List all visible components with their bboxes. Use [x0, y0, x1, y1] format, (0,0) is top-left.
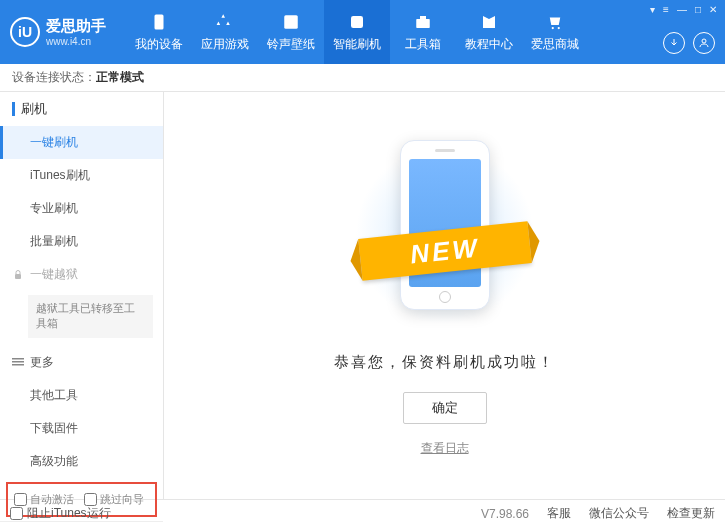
nav-ringtones[interactable]: 铃声壁纸: [258, 0, 324, 64]
sidebar-item-batch[interactable]: 批量刷机: [0, 225, 163, 258]
svg-rect-10: [12, 361, 24, 363]
list-icon[interactable]: ≡: [663, 4, 669, 15]
hamburger-icon: [12, 356, 24, 368]
sidebar-item-pro[interactable]: 专业刷机: [0, 192, 163, 225]
nav-store[interactable]: 爱思商城: [522, 0, 588, 64]
svg-rect-1: [284, 15, 298, 29]
maximize-icon[interactable]: □: [695, 4, 701, 15]
nav-apps[interactable]: 应用游戏: [192, 0, 258, 64]
version-label: V7.98.66: [481, 507, 529, 521]
menu-icon[interactable]: ▾: [650, 4, 655, 15]
book-icon: [479, 12, 499, 32]
success-message: 恭喜您，保资料刷机成功啦！: [334, 353, 555, 372]
toolbox-icon: [413, 12, 433, 32]
sidebar-item-download[interactable]: 下载固件: [0, 412, 163, 445]
sidebar: 刷机 一键刷机 iTunes刷机 专业刷机 批量刷机 一键越狱 越狱工具已转移至…: [0, 92, 164, 499]
update-link[interactable]: 检查更新: [667, 505, 715, 522]
phone-icon: [149, 12, 169, 32]
main-content: NEW 恭喜您，保资料刷机成功啦！ 确定 查看日志: [164, 92, 725, 499]
status-value: 正常模式: [96, 69, 144, 86]
sidebar-item-other[interactable]: 其他工具: [0, 379, 163, 412]
app-url: www.i4.cn: [46, 36, 106, 47]
app-header: iU 爱思助手 www.i4.cn 我的设备 应用游戏 铃声壁纸 智能刷机 工具…: [0, 0, 725, 64]
status-bar: 设备连接状态： 正常模式: [0, 64, 725, 92]
sidebar-item-onekey[interactable]: 一键刷机: [0, 126, 163, 159]
nav-tutorials[interactable]: 教程中心: [456, 0, 522, 64]
apps-icon: [215, 12, 235, 32]
phone-illustration: NEW: [370, 135, 520, 335]
svg-rect-3: [416, 19, 430, 28]
cart-icon: [545, 12, 565, 32]
svg-point-5: [552, 26, 554, 28]
status-label: 设备连接状态：: [12, 69, 96, 86]
logo: iU 爱思助手 www.i4.cn: [10, 17, 106, 47]
svg-point-6: [558, 26, 560, 28]
svg-rect-4: [420, 16, 426, 19]
logo-icon: iU: [10, 17, 40, 47]
app-title: 爱思助手: [46, 17, 106, 36]
view-log-link[interactable]: 查看日志: [421, 440, 469, 457]
svg-point-7: [702, 39, 706, 43]
sidebar-item-advanced[interactable]: 高级功能: [0, 445, 163, 478]
refresh-icon: [347, 12, 367, 32]
block-itunes-checkbox[interactable]: 阻止iTunes运行: [10, 505, 111, 522]
image-icon: [281, 12, 301, 32]
nav-my-device[interactable]: 我的设备: [126, 0, 192, 64]
svg-rect-0: [155, 14, 164, 29]
main-nav: 我的设备 应用游戏 铃声壁纸 智能刷机 工具箱 教程中心 爱思商城: [126, 0, 588, 64]
svg-rect-8: [15, 274, 21, 279]
svg-rect-11: [12, 364, 24, 366]
sidebar-jailbreak: 一键越狱: [0, 258, 163, 291]
wechat-link[interactable]: 微信公众号: [589, 505, 649, 522]
nav-toolbox[interactable]: 工具箱: [390, 0, 456, 64]
lock-icon: [12, 269, 24, 281]
window-controls: ▾ ≡ — □ ✕: [650, 4, 717, 15]
sidebar-flash-header: 刷机: [0, 92, 163, 126]
support-link[interactable]: 客服: [547, 505, 571, 522]
nav-flash[interactable]: 智能刷机: [324, 0, 390, 64]
ok-button[interactable]: 确定: [403, 392, 487, 424]
close-icon[interactable]: ✕: [709, 4, 717, 15]
svg-rect-9: [12, 358, 24, 360]
sidebar-more-header[interactable]: 更多: [0, 346, 163, 379]
minimize-icon[interactable]: —: [677, 4, 687, 15]
sidebar-item-itunes[interactable]: iTunes刷机: [0, 159, 163, 192]
download-button[interactable]: [663, 32, 685, 54]
jailbreak-notice: 越狱工具已转移至工具箱: [28, 295, 153, 338]
user-button[interactable]: [693, 32, 715, 54]
svg-rect-2: [351, 16, 363, 28]
